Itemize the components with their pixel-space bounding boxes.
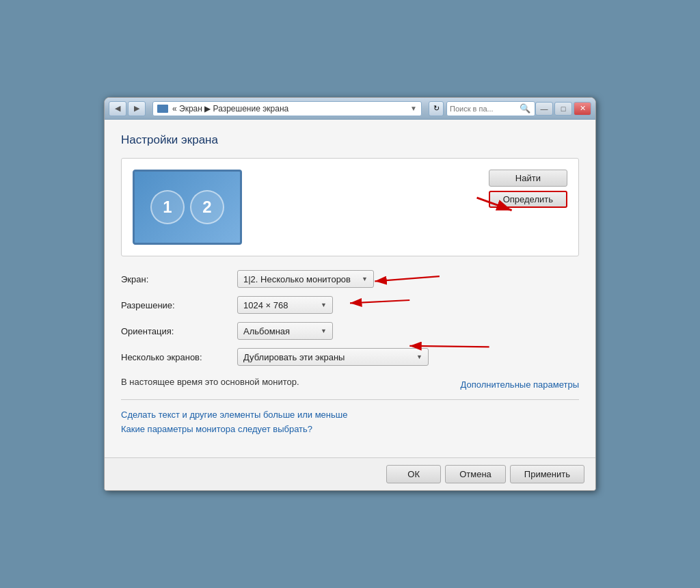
monitor-num-1: 1 xyxy=(150,190,185,224)
screen-row: Экран: 1|2. Несколько мониторов ▼ xyxy=(121,270,579,288)
breadcrumb-text: « Экран ▶ Разрешение экрана xyxy=(172,104,288,113)
orientation-row: Ориентация: Альбомная ▼ xyxy=(121,322,579,340)
screen-select-arrow: ▼ xyxy=(362,276,368,282)
resolution-row: Разрешение: 1024 × 768 ▼ xyxy=(121,296,579,314)
monitor-numbers: 1 2 xyxy=(150,190,224,224)
orientation-select-value: Альбомная xyxy=(243,326,290,336)
back-button[interactable]: ◀ xyxy=(109,101,126,116)
content-area: Настройки экрана 1 2 Найти Определить xyxy=(105,120,595,457)
status-row: В настоящее время это основной монитор. … xyxy=(121,377,579,392)
address-dropdown-arrow[interactable]: ▼ xyxy=(410,105,417,112)
additional-params-link[interactable]: Дополнительные параметры xyxy=(460,379,579,390)
divider xyxy=(121,399,579,400)
forward-button[interactable]: ▶ xyxy=(128,101,146,116)
monitor-preview: 1 2 xyxy=(133,170,242,245)
orientation-label: Ориентация: xyxy=(121,326,230,336)
monitor-num-2: 2 xyxy=(190,190,224,224)
multiple-screens-row: Несколько экранов: Дублировать эти экран… xyxy=(121,348,579,366)
status-text: В настоящее время это основной монитор. xyxy=(121,377,299,387)
monitor-icon xyxy=(157,105,168,113)
links-section: Сделать текст и другие элементы больше и… xyxy=(121,407,579,444)
screen-label: Экран: xyxy=(121,274,230,284)
orientation-select-arrow: ▼ xyxy=(321,328,327,334)
screen-select-value: 1|2. Несколько мониторов xyxy=(243,274,351,284)
maximize-button[interactable]: □ xyxy=(554,102,572,116)
resolution-select-arrow: ▼ xyxy=(321,302,327,308)
address-bar[interactable]: « Экран ▶ Разрешение экрана ▼ xyxy=(152,101,422,116)
multiple-screens-label: Несколько экранов: xyxy=(121,352,230,362)
titlebar-controls: — □ ✕ xyxy=(535,102,591,116)
panel-buttons: Найти Определить xyxy=(489,170,567,208)
main-window: ◀ ▶ « Экран ▶ Разрешение экрана ▼ ↻ 🔍 — … xyxy=(104,97,596,491)
nav-buttons: ◀ ▶ xyxy=(109,101,146,116)
close-button[interactable]: ✕ xyxy=(574,102,591,116)
find-button[interactable]: Найти xyxy=(489,170,567,187)
resolution-select[interactable]: 1024 × 768 ▼ xyxy=(237,296,333,314)
minimize-button[interactable]: — xyxy=(535,102,553,116)
cancel-button[interactable]: Отмена xyxy=(445,465,506,483)
titlebar-left: ◀ ▶ « Экран ▶ Разрешение экрана ▼ ↻ 🔍 xyxy=(109,101,535,116)
monitor-panel: 1 2 Найти Определить xyxy=(121,158,579,256)
search-box[interactable]: 🔍 xyxy=(446,101,535,116)
apply-button[interactable]: Применить xyxy=(510,465,584,483)
page-title: Настройки экрана xyxy=(121,133,579,147)
form-section: Экран: 1|2. Несколько мониторов ▼ Разреш… xyxy=(121,267,579,377)
monitor-params-link[interactable]: Какие параметры монитора следует выбрать… xyxy=(121,424,579,434)
orientation-select[interactable]: Альбомная ▼ xyxy=(237,322,333,340)
titlebar: ◀ ▶ « Экран ▶ Разрешение экрана ▼ ↻ 🔍 — … xyxy=(105,98,595,120)
screen-select[interactable]: 1|2. Несколько мониторов ▼ xyxy=(237,270,374,288)
ok-button[interactable]: ОК xyxy=(386,465,441,483)
resolution-label: Разрешение: xyxy=(121,300,230,310)
refresh-button[interactable]: ↻ xyxy=(429,101,444,116)
multiple-screens-select[interactable]: Дублировать эти экраны ▼ xyxy=(237,348,429,366)
resolution-select-value: 1024 × 768 xyxy=(243,300,288,310)
text-size-link[interactable]: Сделать текст и другие элементы больше и… xyxy=(121,410,579,420)
search-icon: 🔍 xyxy=(520,103,530,113)
detect-button[interactable]: Определить xyxy=(489,191,567,208)
search-input[interactable] xyxy=(450,105,518,113)
multiple-screens-value: Дублировать эти экраны xyxy=(243,352,345,362)
bottom-bar: ОК Отмена Применить xyxy=(105,457,595,490)
multiple-screens-arrow: ▼ xyxy=(416,353,422,360)
